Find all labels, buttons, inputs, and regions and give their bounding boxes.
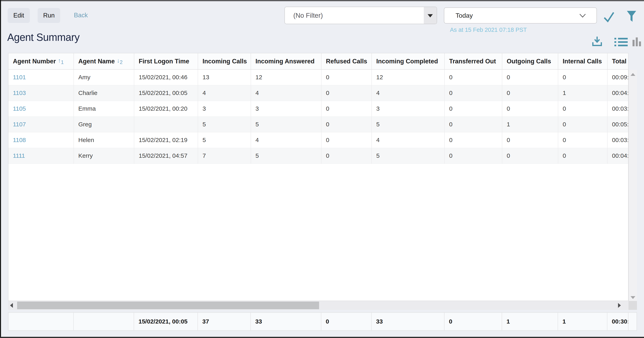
cell-incoming-calls: 13 (198, 69, 251, 85)
cell-incoming-calls: 5 (198, 132, 251, 148)
column-header-first-logon-time[interactable]: First Logon Time (134, 53, 198, 69)
scroll-right-arrow-icon[interactable] (618, 303, 621, 308)
totals-row: 15/02/2021, 00:05 37 33 0 33 0 1 1 00:30… (8, 313, 637, 331)
cell-outgoing-calls: 0 (502, 69, 558, 85)
edit-button[interactable]: Edit (8, 8, 30, 23)
column-header-incoming-calls[interactable]: Incoming Calls (198, 53, 251, 69)
apply-check-icon[interactable] (603, 11, 615, 22)
scroll-down-arrow-icon[interactable] (630, 296, 635, 299)
report-filter-combobox[interactable]: (No Filter) (284, 7, 437, 24)
cell-incoming-calls: 5 (198, 116, 251, 132)
as-at-timestamp: As at 15 Feb 2021 07:18 PST (450, 26, 527, 33)
cell-outgoing-calls: 0 (502, 148, 558, 164)
period-select-value: Today (456, 8, 473, 23)
sort-down-arrow-icon: ↓ (117, 57, 120, 64)
back-link[interactable]: Back (74, 12, 88, 19)
table-row: 1107 Greg 5 5 0 5 0 1 0 00:05:1 (8, 116, 628, 132)
cell-agent-name: Helen (74, 132, 134, 148)
cell-first-logon-time: 15/02/2021, 00:20 (134, 101, 198, 116)
cell-outgoing-calls: 1 (502, 116, 558, 132)
cell-refused-calls: 0 (321, 132, 372, 148)
agent-number-link[interactable]: 1103 (13, 89, 26, 96)
window-border-top (0, 0, 644, 1)
cell-internal-calls: 0 (558, 116, 607, 132)
sort-indicator: ↑1 (58, 58, 64, 65)
horizontal-scrollbar[interactable] (8, 301, 628, 310)
download-icon[interactable] (592, 36, 603, 47)
scroll-left-arrow-icon[interactable] (10, 303, 13, 308)
column-header-total-talk-time[interactable]: Total Ta (607, 53, 628, 69)
run-button[interactable]: Run (38, 8, 60, 23)
cell-incoming-completed: 3 (372, 101, 444, 116)
table-header-row: Agent Number↑1 Agent Name↓2 First Logon … (8, 53, 628, 69)
cell-internal-calls: 0 (558, 148, 607, 164)
cell-refused-calls: 0 (321, 116, 372, 132)
cell-total-talk-time: 00:04:3 (607, 148, 628, 164)
window-border-bottom (0, 337, 644, 338)
cell-agent-number: 1107 (8, 116, 74, 132)
cell-total-talk-time: 00:04:4 (607, 85, 628, 101)
agent-number-link[interactable]: 1105 (13, 105, 26, 112)
column-header-agent-number[interactable]: Agent Number↑1 (8, 53, 74, 69)
cell-agent-number: 1108 (8, 132, 74, 148)
agent-number-link[interactable]: 1101 (13, 74, 26, 80)
cell-agent-name: Amy (74, 69, 134, 85)
combobox-dropdown-button[interactable] (424, 7, 437, 24)
total-incoming-completed: 33 (372, 313, 444, 331)
list-view-icon[interactable] (614, 37, 628, 47)
bar-chart-icon[interactable] (632, 37, 642, 47)
period-select[interactable]: Today (444, 7, 597, 23)
column-header-transferred-out[interactable]: Transferred Out (444, 53, 502, 69)
total-total-talk-time: 00:30:3 (607, 313, 628, 331)
filter-funnel-icon[interactable] (626, 10, 636, 22)
table-row: 1108 Helen 15/02/2021, 02:19 5 4 0 4 0 0… (8, 132, 628, 148)
agent-number-link[interactable]: 1107 (13, 121, 26, 128)
cell-incoming-calls: 4 (198, 85, 251, 101)
dropdown-arrow-icon (428, 14, 433, 17)
cell-agent-number: 1111 (8, 148, 74, 164)
column-header-agent-name[interactable]: Agent Name↓2 (74, 53, 134, 69)
total-incoming-answered: 33 (251, 313, 321, 331)
cell-internal-calls: 0 (558, 132, 607, 148)
cell-total-talk-time: 00:03:0 (607, 101, 628, 116)
cell-agent-name: Greg (74, 116, 134, 132)
cell-incoming-calls: 7 (198, 148, 251, 164)
sort-indicator: ↓2 (117, 58, 122, 65)
column-header-refused-calls[interactable]: Refused Calls (321, 53, 372, 69)
report-filter-value: (No Filter) (293, 7, 323, 24)
column-header-incoming-completed[interactable]: Incoming Completed (372, 53, 444, 69)
page-title: Agent Summary (7, 31, 80, 43)
total-first-logon-time: 15/02/2021, 00:05 (134, 313, 198, 331)
cell-total-talk-time: 00:03:4 (607, 132, 628, 148)
total-refused-calls: 0 (321, 313, 372, 331)
total-internal-calls: 1 (558, 313, 607, 331)
cell-incoming-answered: 4 (251, 132, 321, 148)
cell-refused-calls: 0 (321, 85, 372, 101)
total-agent-number (8, 313, 74, 331)
table-row: 1103 Charlie 15/02/2021, 00:05 4 4 0 4 0… (8, 85, 628, 101)
cell-incoming-answered: 5 (251, 116, 321, 132)
cell-agent-number: 1103 (8, 85, 74, 101)
cell-refused-calls: 0 (321, 148, 372, 164)
cell-refused-calls: 0 (321, 101, 372, 116)
cell-first-logon-time: 15/02/2021, 00:46 (134, 69, 198, 85)
table-row: 1111 Kerry 15/02/2021, 04:57 7 5 0 5 0 0… (8, 148, 628, 164)
column-header-outgoing-calls[interactable]: Outgoing Calls (502, 53, 558, 69)
cell-transferred-out: 0 (444, 148, 502, 164)
scroll-up-arrow-icon[interactable] (630, 73, 635, 76)
cell-incoming-answered: 3 (251, 101, 321, 116)
horizontal-scrollbar-thumb[interactable] (17, 302, 319, 309)
vertical-scrollbar[interactable] (628, 70, 637, 301)
column-header-incoming-answered[interactable]: Incoming Answered (251, 53, 321, 69)
cell-outgoing-calls: 0 (502, 132, 558, 148)
cell-incoming-answered: 12 (251, 69, 321, 85)
agent-number-link[interactable]: 1108 (13, 137, 26, 143)
total-outgoing-calls: 1 (502, 313, 558, 331)
cell-transferred-out: 0 (444, 85, 502, 101)
cell-incoming-completed: 12 (372, 69, 444, 85)
cell-first-logon-time: 15/02/2021, 02:19 (134, 132, 198, 148)
cell-incoming-calls: 3 (198, 101, 251, 116)
agent-number-link[interactable]: 1111 (13, 152, 25, 159)
column-header-internal-calls[interactable]: Internal Calls (558, 53, 607, 69)
cell-first-logon-time: 15/02/2021, 04:57 (134, 148, 198, 164)
